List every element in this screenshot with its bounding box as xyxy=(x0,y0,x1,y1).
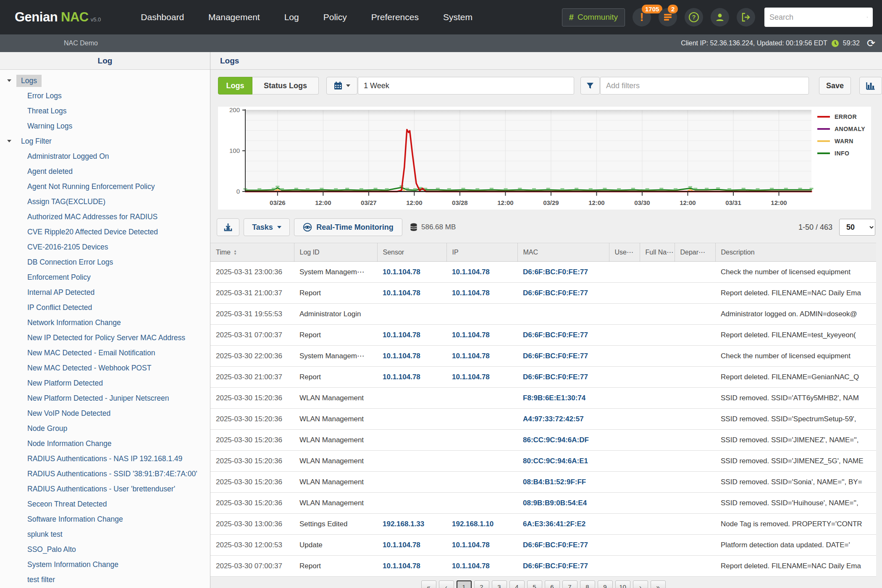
cell-mac[interactable]: D6:6F:BC:F0:FE:77 xyxy=(517,283,609,304)
tree-item-test-filter[interactable]: test filter xyxy=(0,572,210,587)
tree-item-agent-not-running-enforcement-policy[interactable]: Agent Not Running Enforcement Policy xyxy=(0,179,210,194)
cell-mac[interactable]: D6:6F:BC:F0:FE:77 xyxy=(517,535,609,556)
nav-item-policy[interactable]: Policy xyxy=(323,12,347,22)
tree-group-log-filter[interactable]: Log Filter xyxy=(0,134,210,149)
page-button-4[interactable]: 2 xyxy=(474,580,489,588)
page-button-13[interactable]: › xyxy=(633,580,648,588)
cell-sensor[interactable]: 10.1.104.78 xyxy=(377,535,446,556)
column-header-mac[interactable]: MAC xyxy=(517,243,609,262)
page-button-6[interactable]: 4 xyxy=(509,580,525,588)
cell-mac[interactable]: 6A:E3:36:41:2F:E2 xyxy=(517,514,609,535)
save-button[interactable]: Save xyxy=(819,77,851,94)
tree-item-new-ip-detected-for-policy-server-mac-address[interactable]: New IP Detected for Policy Server MAC Ad… xyxy=(0,330,210,345)
page-button-14[interactable]: » xyxy=(651,580,666,588)
tree-item-agent-deleted[interactable]: Agent deleted xyxy=(0,164,210,179)
tree-item-new-mac-detected-webhook-post[interactable]: New MAC Detected - Webhook POST xyxy=(0,360,210,375)
page-button-11[interactable]: 9 xyxy=(598,580,613,588)
page-button-12[interactable]: 10 xyxy=(615,580,630,588)
tree-item-sso-palo-alto[interactable]: SSO_Palo Alto xyxy=(0,542,210,557)
cell-sensor[interactable]: 10.1.104.78 xyxy=(377,262,446,283)
cell-sensor[interactable]: 10.1.104.78 xyxy=(377,325,446,346)
help-button[interactable]: ? xyxy=(685,8,703,26)
column-header-ip[interactable]: IP xyxy=(446,243,517,262)
page-button-3[interactable]: 1 xyxy=(457,580,472,588)
tree-item-assign-tag-exclude[interactable]: Assign TAG(EXCLUDE) xyxy=(0,194,210,209)
tree-item-radius-authentications-ssid-38-91-b7-4e-7a-00[interactable]: RADIUS Authentications - SSID '38:91:B7:… xyxy=(0,466,210,481)
cell-ip[interactable]: 10.1.104.78 xyxy=(446,262,517,283)
column-header-full_name[interactable]: Full Na⋯ xyxy=(640,243,675,262)
nav-item-management[interactable]: Management xyxy=(208,12,260,22)
tree-item-new-platform-detected[interactable]: New Platform Detected xyxy=(0,375,210,391)
tree-item-error-logs[interactable]: Error Logs xyxy=(0,88,210,103)
cell-mac[interactable]: 08:B4:B1:52:9F:FF xyxy=(517,472,609,493)
logout-button[interactable] xyxy=(737,8,755,26)
tree-item-radius-authentications-nas-ip-192-168-1-49[interactable]: RADIUS Authentications - NAS IP 192.168.… xyxy=(0,451,210,466)
tree-item-authorized-mac-addresses-for-radius[interactable]: Authorized MAC Addresses for RADIUS xyxy=(0,209,210,224)
filter-button[interactable] xyxy=(580,77,600,94)
nav-item-system[interactable]: System xyxy=(443,12,472,22)
tree-item-new-platform-detected-juniper-netscreen[interactable]: New Platform Detected - Juniper Netscree… xyxy=(0,391,210,406)
chart-toggle-button[interactable] xyxy=(859,77,882,94)
account-button[interactable] xyxy=(711,8,729,26)
tree-group-logs[interactable]: Logs xyxy=(0,73,210,88)
logs-tab-button[interactable]: Logs xyxy=(218,77,252,94)
cell-mac[interactable]: D6:6F:BC:F0:FE:77 xyxy=(517,556,609,577)
tree-item-internal-ap-detected[interactable]: Internal AP Detected xyxy=(0,285,210,300)
cell-ip[interactable]: 10.1.104.78 xyxy=(446,535,517,556)
cell-sensor[interactable]: 10.1.104.78 xyxy=(377,367,446,388)
tree-item-warning-logs[interactable]: Warning Logs xyxy=(0,118,210,134)
tree-item-node-group[interactable]: Node Group xyxy=(0,421,210,436)
community-button[interactable]: # Community xyxy=(562,8,625,26)
cell-mac[interactable]: A4:97:33:72:42:57 xyxy=(517,409,609,430)
cell-mac[interactable]: D6:6F:BC:F0:FE:77 xyxy=(517,346,609,367)
tree-item-radius-authentications-user-brettenduser[interactable]: RADIUS Authentications - User 'brettendu… xyxy=(0,481,210,496)
tree-item-system-information-change[interactable]: System Information Change xyxy=(0,557,210,572)
tree-item-threat-logs[interactable]: Threat Logs xyxy=(0,103,210,118)
column-header-log_id[interactable]: Log ID xyxy=(294,243,377,262)
page-button-8[interactable]: 6 xyxy=(545,580,560,588)
cell-ip[interactable]: 10.1.104.78 xyxy=(446,367,517,388)
nav-item-dashboard[interactable]: Dashboard xyxy=(141,12,184,22)
column-header-description[interactable]: Description xyxy=(715,243,876,262)
tree-item-new-voip-node-detected[interactable]: New VoIP Node Detected xyxy=(0,406,210,421)
refresh-icon[interactable]: ⟳ xyxy=(867,38,875,48)
tree-item-cve-2016-2105-devices[interactable]: CVE-2016-2105 Devices xyxy=(0,239,210,255)
cell-sensor[interactable]: 10.1.104.78 xyxy=(377,556,446,577)
cell-mac[interactable]: D6:6F:BC:F0:FE:77 xyxy=(517,262,609,283)
tree-item-software-information-change[interactable]: Software Information Change xyxy=(0,512,210,527)
tree-item-network-information-change[interactable]: Network Information Change xyxy=(0,315,210,330)
cell-ip[interactable]: 10.1.104.78 xyxy=(446,346,517,367)
page-button-2[interactable]: ‹ xyxy=(439,580,454,588)
tree-group-label-log-filter[interactable]: Log Filter xyxy=(16,135,56,147)
page-button-5[interactable]: 3 xyxy=(492,580,507,588)
tree-group-label-logs[interactable]: Logs xyxy=(16,75,42,87)
add-filters-input[interactable] xyxy=(600,77,809,94)
tree-item-ip-conflict-detected[interactable]: IP Conflict Detected xyxy=(0,300,210,315)
cell-mac[interactable]: D6:6F:BC:F0:FE:77 xyxy=(517,367,609,388)
caret-down-icon[interactable] xyxy=(7,79,11,82)
date-range-button[interactable] xyxy=(326,77,357,94)
column-header-sensor[interactable]: Sensor xyxy=(377,243,446,262)
tree-item-seceon-threat-detected[interactable]: Seceon Threat Detected xyxy=(0,496,210,512)
cell-mac[interactable]: 86:CC:9C:94:6A:DF xyxy=(517,430,609,451)
period-input[interactable] xyxy=(358,77,574,94)
tasks-button[interactable]: Tasks xyxy=(244,218,290,236)
page-button-10[interactable]: 8 xyxy=(580,580,595,588)
cell-ip[interactable]: 10.1.104.78 xyxy=(446,283,517,304)
cell-ip[interactable]: 192.168.1.10 xyxy=(446,514,517,535)
search-icon[interactable] xyxy=(867,12,868,22)
export-button[interactable] xyxy=(217,218,239,236)
cell-mac[interactable]: 08:9B:B9:0B:54:E4 xyxy=(517,493,609,514)
column-header-user[interactable]: Use⋯ xyxy=(609,243,640,262)
cell-mac[interactable]: D6:6F:BC:F0:FE:77 xyxy=(517,325,609,346)
tree-item-cve-ripple20-affected-device-detected[interactable]: CVE Ripple20 Affected Device Detected xyxy=(0,224,210,239)
nav-item-log[interactable]: Log xyxy=(284,12,299,22)
tree-item-splunk-test[interactable]: splunk test xyxy=(0,527,210,542)
column-header-time[interactable]: Time▲▼ xyxy=(210,243,294,262)
cell-ip[interactable]: 10.1.104.78 xyxy=(446,325,517,346)
status-logs-tab-button[interactable]: Status Logs xyxy=(252,77,319,94)
page-button-7[interactable]: 5 xyxy=(527,580,542,588)
cell-sensor[interactable]: 10.1.104.78 xyxy=(377,283,446,304)
tree-item-new-mac-detected-email-notification[interactable]: New MAC Detected - Email Notification xyxy=(0,345,210,360)
page-button-1[interactable]: « xyxy=(421,580,436,588)
